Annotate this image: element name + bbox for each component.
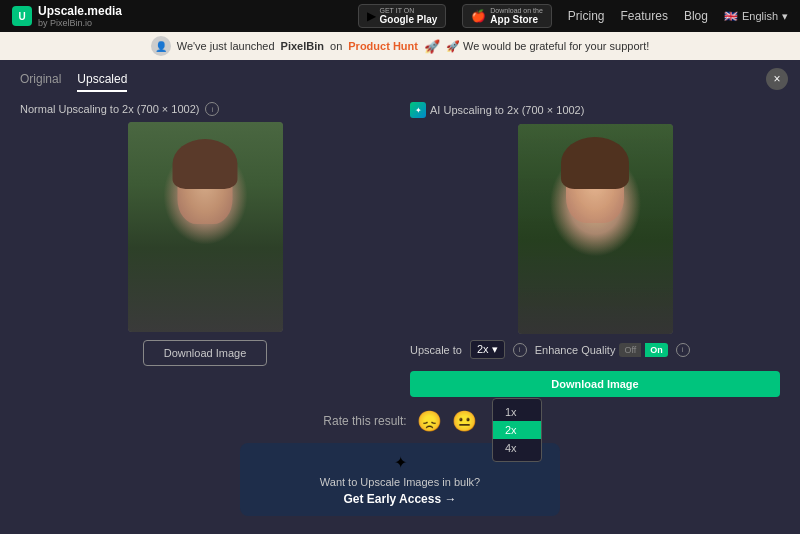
right-image-container — [518, 124, 673, 334]
dropdown-item-2x[interactable]: 2x — [493, 421, 541, 439]
left-image-container — [128, 122, 283, 332]
google-play-text: GET IT ON Google Play — [380, 7, 438, 25]
announcement-bar: 👤 We've just launched PixelBin on Produc… — [0, 32, 800, 60]
left-info-icon[interactable]: i — [205, 102, 219, 116]
right-download-button[interactable]: Download Image — [410, 371, 780, 397]
app-store-button[interactable]: 🍎 Download on the App Store — [462, 4, 552, 28]
google-play-icon: ▶ — [367, 9, 376, 23]
features-link[interactable]: Features — [621, 9, 668, 23]
apple-icon: 🍎 — [471, 9, 486, 23]
announcement-brand: PixelBin — [281, 40, 324, 52]
right-panel: ✦ AI Upscaling to 2x (700 × 1002) Upscal… — [410, 102, 780, 397]
announcement-text-before: We've just launched — [177, 40, 275, 52]
dropdown-item-4x[interactable]: 4x — [493, 439, 541, 457]
ai-icon: ✦ — [410, 102, 426, 118]
upscale-dropdown-popup: 1x 2x 4x — [492, 398, 542, 462]
google-play-label: GET IT ON — [380, 7, 438, 14]
language-selector[interactable]: 🇬🇧 English ▾ — [724, 10, 788, 23]
product-hunt-icon: 🚀 — [424, 39, 440, 54]
left-download-button[interactable]: Download Image — [143, 340, 268, 366]
avatar: 👤 — [151, 36, 171, 56]
top-navigation: U Upscale.media by PixelBin.io ▶ GET IT … — [0, 0, 800, 32]
tab-upscaled[interactable]: Upscaled — [77, 72, 127, 92]
sad-rating-button[interactable]: 😞 — [417, 409, 442, 433]
upscale-info-icon[interactable]: i — [513, 343, 527, 357]
logo-name: Upscale.media — [38, 4, 122, 18]
pricing-link[interactable]: Pricing — [568, 9, 605, 23]
logo-sub: by PixelBin.io — [38, 18, 122, 28]
tabs: Original Upscaled — [20, 72, 780, 92]
enhance-quality-toggle: Enhance Quality Off On — [535, 343, 668, 357]
logo-icon: U — [12, 6, 32, 26]
app-store-label: Download on the — [490, 7, 543, 14]
enhance-label: Enhance Quality — [535, 344, 616, 356]
chevron-down-icon: ▾ — [782, 10, 788, 23]
tab-original[interactable]: Original — [20, 72, 61, 92]
main-content: × Original Upscaled Normal Upscaling to … — [0, 60, 800, 534]
logo-text-group: Upscale.media by PixelBin.io — [38, 4, 122, 28]
app-store-text: Download on the App Store — [490, 7, 543, 25]
product-hunt-link[interactable]: Product Hunt — [348, 40, 418, 52]
left-panel: Normal Upscaling to 2x (700 × 1002) i Do… — [20, 102, 390, 366]
left-portrait-image — [128, 122, 283, 332]
cta-link[interactable]: Get Early Access → — [260, 492, 540, 506]
rating-label: Rate this result: — [323, 414, 406, 428]
toggle-on[interactable]: On — [645, 343, 668, 357]
cta-text: Want to Upscale Images in bulk? — [260, 476, 540, 488]
flag-icon: 🇬🇧 — [724, 10, 738, 23]
toggle-off[interactable]: Off — [619, 343, 641, 357]
ai-controls: Upscale to 2x ▾ i Enhance Quality Off On… — [410, 340, 780, 397]
announcement-text-after: 🚀 We would be grateful for your support! — [446, 40, 649, 53]
enhance-info-icon[interactable]: i — [676, 343, 690, 357]
dropdown-arrow-icon: ▾ — [492, 343, 498, 355]
upscale-row: Upscale to 2x ▾ i Enhance Quality Off On… — [410, 340, 780, 359]
google-play-button[interactable]: ▶ GET IT ON Google Play — [358, 4, 447, 28]
comparison-area: Normal Upscaling to 2x (700 × 1002) i Do… — [20, 102, 780, 397]
left-panel-title: Normal Upscaling to 2x (700 × 1002) — [20, 103, 199, 115]
upscale-label: Upscale to — [410, 344, 462, 356]
google-play-name: Google Play — [380, 14, 438, 25]
blog-link[interactable]: Blog — [684, 9, 708, 23]
right-panel-title: AI Upscaling to 2x (700 × 1002) — [430, 104, 584, 116]
ai-badge: ✦ AI Upscaling to 2x (700 × 1002) — [410, 102, 584, 118]
upscale-value: 2x — [477, 343, 489, 355]
right-portrait-image — [518, 124, 673, 334]
announcement-text-mid: on — [330, 40, 342, 52]
logo-area[interactable]: U Upscale.media by PixelBin.io — [12, 4, 122, 28]
rating-area: Rate this result: 😞 😐 — [20, 409, 780, 433]
dropdown-item-1x[interactable]: 1x — [493, 403, 541, 421]
nav-right: ▶ GET IT ON Google Play 🍎 Download on th… — [358, 4, 789, 28]
right-panel-header: ✦ AI Upscaling to 2x (700 × 1002) — [410, 102, 780, 118]
language-label: English — [742, 10, 778, 22]
close-button[interactable]: × — [766, 68, 788, 90]
left-panel-header: Normal Upscaling to 2x (700 × 1002) i — [20, 102, 390, 116]
app-store-name: App Store — [490, 14, 543, 25]
upscale-dropdown[interactable]: 2x ▾ — [470, 340, 505, 359]
neutral-rating-button[interactable]: 😐 — [452, 409, 477, 433]
